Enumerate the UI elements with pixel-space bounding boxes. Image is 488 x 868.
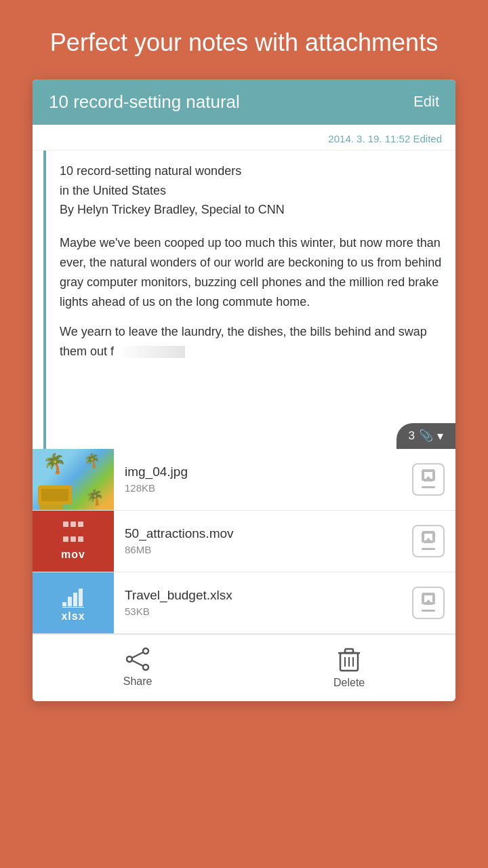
edit-button[interactable]: Edit [413, 93, 439, 111]
download-icon-xlsx [420, 593, 437, 613]
attachment-row-xlsx: xlsx Travel_budget.xlsx 53KB [33, 572, 455, 634]
svg-line-27 [132, 660, 143, 666]
svg-rect-5 [422, 486, 435, 488]
paperclip-icon: 📎 [419, 429, 433, 443]
attachment-name-mov: 50_attractions.mov [125, 526, 401, 541]
svg-rect-30 [345, 649, 353, 653]
attachment-count: 3 [409, 429, 415, 443]
svg-rect-11 [422, 548, 435, 550]
svg-rect-12 [62, 602, 66, 606]
svg-rect-1 [422, 471, 424, 479]
attachment-name-xlsx: Travel_budget.xlsx [125, 588, 401, 603]
download-icon-mov [420, 531, 437, 551]
image-thumbnail: 🌴 🌴 [33, 449, 114, 510]
download-button-3[interactable] [412, 587, 445, 619]
card-header: 10 record-setting natural Edit [33, 79, 455, 125]
download-button-1[interactable] [412, 463, 445, 496]
chevron-down-icon: ▾ [437, 429, 443, 443]
svg-rect-14 [73, 593, 77, 606]
svg-point-24 [127, 656, 132, 662]
svg-rect-15 [79, 589, 83, 606]
attachment-row-mov: mov 50_attractions.mov 86MB [33, 511, 455, 572]
svg-rect-19 [432, 594, 435, 602]
svg-point-25 [143, 665, 148, 670]
note-paragraph-2: We yearn to leave the laundry, the dishe… [60, 322, 442, 361]
share-icon [125, 647, 150, 671]
note-text: 10 record-setting natural wonders in the… [60, 161, 442, 361]
attachment-row: 🌴 🌴 img_04.jpg 128KB [33, 449, 455, 511]
main-card: 10 record-setting natural Edit 2014. 3. … [33, 79, 455, 701]
attachment-info-mov: 50_attractions.mov 86MB [114, 526, 412, 555]
mov-label: mov [61, 549, 85, 561]
share-button[interactable]: Share [123, 647, 152, 689]
page-title: Perfect your notes with attachments [27, 27, 461, 59]
note-timestamp: 2014. 3. 19. 11:52 Edited [33, 125, 455, 151]
note-area: 2014. 3. 19. 11:52 Edited 10 record-sett… [33, 125, 455, 449]
page-header: Perfect your notes with attachments [0, 0, 488, 79]
svg-rect-7 [422, 532, 424, 540]
delete-label: Delete [333, 677, 365, 689]
note-paragraph-1: Maybe we've been cooped up too much this… [60, 233, 442, 311]
card-footer: Share Delete [33, 634, 455, 701]
delete-button[interactable]: Delete [333, 647, 365, 689]
mov-thumbnail: mov [33, 511, 114, 572]
attachment-name: img_04.jpg [125, 465, 401, 479]
trash-icon [338, 647, 361, 673]
attachment-size-xlsx: 53KB [125, 606, 401, 617]
xlsx-thumbnail: xlsx [33, 572, 114, 633]
svg-point-23 [143, 648, 148, 654]
svg-rect-8 [432, 532, 435, 540]
share-label: Share [123, 675, 152, 688]
attachment-size-mov: 86MB [125, 544, 401, 555]
attachment-info-xlsx: Travel_budget.xlsx 53KB [114, 588, 412, 617]
chart-icon [61, 583, 85, 608]
attachment-size: 128KB [125, 482, 401, 494]
note-title: 10 record-setting natural wonders in the… [60, 161, 442, 220]
attachment-info: img_04.jpg 128KB [114, 465, 412, 494]
svg-line-26 [132, 652, 143, 658]
svg-rect-13 [68, 597, 72, 606]
download-button-2[interactable] [412, 525, 445, 557]
svg-rect-22 [422, 610, 435, 612]
xlsx-label: xlsx [61, 610, 85, 623]
card-title: 10 record-setting natural [49, 92, 240, 113]
download-icon [420, 469, 437, 490]
svg-rect-18 [422, 594, 424, 602]
attachment-badge[interactable]: 3 📎 ▾ [396, 423, 455, 449]
note-content: 10 record-setting natural wonders in the… [43, 151, 455, 449]
attachments-section: 🌴 🌴 img_04.jpg 128KB [33, 449, 455, 634]
svg-rect-2 [432, 471, 435, 479]
